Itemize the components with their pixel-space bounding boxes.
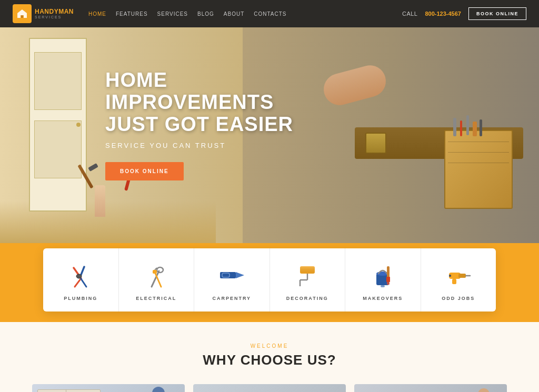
- service-odd-jobs[interactable]: ODD JOBS: [421, 248, 496, 311]
- service-plumbing[interactable]: PLUMBING: [43, 248, 119, 311]
- svg-rect-1: [21, 15, 23, 18]
- makeovers-label: MAKEOVERS: [354, 296, 412, 301]
- carpentry-label: CARPENTRY: [203, 296, 261, 301]
- svg-line-3: [75, 278, 81, 287]
- electrical-icon: [143, 263, 169, 289]
- svg-rect-25: [387, 282, 390, 285]
- plumbing-icon: [67, 263, 94, 289]
- plumbing-label: PLUMBING: [52, 296, 110, 301]
- logo-icon: [13, 4, 32, 23]
- main-nav: HOME FEATURES SERVICES BLOG ABOUT CONTAC…: [88, 11, 287, 17]
- nav-services[interactable]: SERVICES: [157, 11, 188, 17]
- services-card: PLUMBING ELECTRICAL: [43, 248, 496, 311]
- tool-hand-2: [119, 175, 138, 217]
- service-carpentry[interactable]: CARPENTRY: [194, 248, 270, 311]
- brand-man: MAN: [58, 8, 74, 15]
- why-title: WHY CHOOSE US?: [21, 352, 518, 368]
- hero-content: HOME IMPROVEMENTS JUST GOT EASIER SERVIC…: [105, 69, 326, 180]
- svg-marker-13: [236, 272, 244, 278]
- odd-jobs-label: ODD JOBS: [430, 296, 488, 301]
- nav-about[interactable]: ABOUT: [224, 11, 244, 17]
- brand-handy: HANDY: [35, 8, 58, 15]
- worker-area: [323, 27, 523, 243]
- brand-services: SERVICES: [35, 15, 74, 19]
- svg-point-6: [76, 274, 82, 278]
- why-choose-section: Welcome WHY CHOOSE US?: [0, 322, 539, 392]
- svg-rect-27: [458, 274, 466, 278]
- carpentry-icon: [218, 263, 245, 289]
- nav-contacts[interactable]: CONTACTS: [254, 11, 286, 17]
- service-electrical[interactable]: ELECTRICAL: [119, 248, 195, 311]
- svg-rect-30: [449, 275, 451, 277]
- phone-number: 800-123-4567: [425, 11, 461, 17]
- nav-features[interactable]: FEATURES: [116, 11, 148, 17]
- call-label: CALL: [402, 11, 418, 17]
- book-online-hero-button[interactable]: BOOK ONLINE: [105, 162, 184, 180]
- why-card-3: [354, 384, 507, 392]
- logo[interactable]: HANDYMAN SERVICES: [13, 4, 74, 23]
- decorating-icon: [294, 263, 321, 289]
- service-decorating[interactable]: DECORATING: [270, 248, 346, 311]
- hero-section: HOME IMPROVEMENTS JUST GOT EASIER SERVIC…: [0, 27, 539, 243]
- decorating-label: DECORATING: [278, 296, 337, 301]
- svg-rect-24: [386, 277, 390, 282]
- book-online-nav-button[interactable]: BOOK ONLINE: [468, 7, 526, 20]
- makeovers-icon: [370, 263, 396, 289]
- navbar: HANDYMAN SERVICES HOME FEATURES SERVICES…: [0, 0, 539, 27]
- why-card-2: [193, 384, 346, 392]
- svg-rect-16: [300, 266, 315, 274]
- hero-title: HOME IMPROVEMENTS JUST GOT EASIER: [105, 69, 326, 135]
- nav-blog[interactable]: BLOG: [197, 11, 214, 17]
- welcome-label: Welcome: [21, 343, 518, 349]
- electrical-label: ELECTRICAL: [127, 296, 186, 301]
- svg-rect-29: [452, 279, 456, 284]
- svg-rect-23: [387, 266, 390, 278]
- services-strip: PLUMBING ELECTRICAL: [0, 243, 539, 322]
- service-makeovers[interactable]: MAKEOVERS: [345, 248, 421, 311]
- why-cards: [21, 384, 518, 392]
- hero-subtitle: SERVICE YOU CAN TRUST: [105, 142, 326, 149]
- navbar-right: CALL 800-123-4567 BOOK ONLINE: [402, 7, 526, 20]
- why-card-1: [32, 384, 185, 392]
- navbar-left: HANDYMAN SERVICES HOME FEATURES SERVICES…: [13, 4, 287, 23]
- svg-rect-11: [153, 270, 157, 274]
- nav-home[interactable]: HOME: [88, 11, 106, 17]
- svg-line-5: [80, 277, 86, 287]
- logo-text: HANDYMAN SERVICES: [35, 8, 74, 20]
- svg-point-8: [157, 267, 163, 273]
- odd-jobs-icon: [445, 263, 472, 289]
- svg-rect-22: [381, 285, 385, 287]
